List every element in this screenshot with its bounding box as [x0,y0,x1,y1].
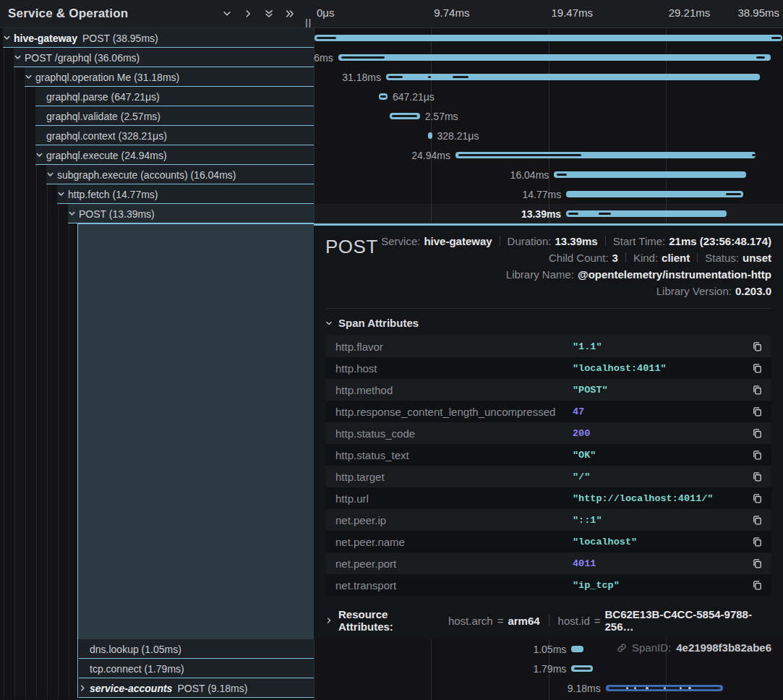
meta-divider [625,252,626,262]
trace-row-label-cell[interactable]: graphql.context (328.21μs) [0,126,314,145]
trace-row[interactable]: graphql.validate (2.57ms) 2.57ms [0,106,783,126]
row-toggle-chevron-icon[interactable] [68,210,79,218]
trace-row-label-cell[interactable]: service-accounts POST (9.18ms) [0,678,314,698]
span-bar[interactable] [428,132,432,139]
copy-icon[interactable] [750,579,764,592]
row-toggle-chevron-icon[interactable] [35,151,46,159]
trace-row-label-cell[interactable]: hive-gateway POST (38.95ms) [0,28,314,48]
row-operation-label: graphql.validate (2.57ms) [46,111,161,122]
link-icon[interactable] [617,643,627,653]
row-duration-label: 2.57ms [425,111,458,122]
trace-row[interactable]: POST (13.39ms) 13.39ms [0,204,783,223]
trace-row[interactable]: service-accounts POST (9.18ms) 9.18ms [0,678,783,698]
row-underline [79,678,314,678]
copy-icon[interactable] [750,535,764,549]
trace-row-timeline-cell[interactable]: 647.21μs [314,87,783,106]
bar-child-mark [557,174,567,176]
copy-icon[interactable] [750,557,764,571]
trace-row-timeline-cell[interactable]: 31.18ms [314,67,783,87]
row-toggle-chevron-icon[interactable] [79,645,90,653]
row-toggle-chevron-icon[interactable] [3,34,14,42]
copy-icon[interactable] [750,427,764,440]
trace-row-timeline-cell[interactable]: 13.39ms [314,204,783,223]
span-bar[interactable] [315,35,782,41]
trace-row-timeline-cell[interactable]: 1.79ms [314,659,783,678]
trace-row-timeline-cell[interactable]: 16.04ms [314,165,783,184]
row-toggle-chevron-icon[interactable] [79,665,90,673]
trace-row-timeline-cell[interactable]: 14.77ms [314,184,783,204]
resource-value: arm64 [508,615,539,627]
row-toggle-chevron-icon[interactable] [25,73,35,81]
trace-row-timeline-cell[interactable]: 38.95ms [314,28,783,48]
row-service-name: hive-gateway [14,33,77,44]
trace-row-label-cell[interactable]: graphql.execute (24.94ms) [0,145,314,165]
row-toggle-chevron-icon[interactable] [79,684,90,692]
bar-event-mark [688,687,691,689]
trace-row[interactable]: POST /graphql (36.06ms) 36.06ms [0,48,783,67]
trace-row[interactable]: graphql.operation Me (31.18ms) 31.18ms [0,67,783,87]
timeline-tick-label: 9.74ms [434,7,469,19]
double-chevron-right-icon[interactable] [285,9,295,19]
trace-row[interactable]: graphql.parse (647.21μs) 647.21μs [0,87,783,106]
span-bar[interactable] [566,191,743,197]
trace-row-timeline-cell[interactable]: 36.06ms [314,48,783,67]
double-chevron-down-icon[interactable] [264,9,274,19]
trace-row-timeline-cell[interactable]: 2.57ms [314,106,783,126]
row-toggle-chevron-icon[interactable] [35,93,46,101]
trace-row-label-cell[interactable]: POST (13.39ms) [0,204,314,223]
trace-row-label-cell[interactable]: dns.lookup (1.05ms) [0,639,314,659]
trace-row[interactable]: hive-gateway POST (38.95ms) 38.95ms [0,28,783,48]
span-attributes-toggle[interactable]: Span Attributes [325,317,771,329]
span-bar[interactable] [338,54,771,61]
attributes-table: http.flavor "1.1" http.host "localhost:4… [325,336,771,596]
span-bar[interactable] [554,171,746,178]
panel-resize-grip[interactable]: || [305,17,312,27]
copy-icon[interactable] [750,362,764,375]
row-toggle-chevron-icon[interactable] [14,54,25,61]
meta-divider [605,236,606,246]
copy-icon[interactable] [750,492,764,505]
chevron-right-icon[interactable] [243,9,253,19]
attribute-key: http.response_content_length_uncompresse… [335,406,573,418]
trace-row-timeline-cell[interactable]: 328.21μs [314,126,783,145]
divider [325,308,771,309]
attribute-key: http.status_text [335,449,573,461]
trace-row[interactable]: graphql.execute (24.94ms) 24.94ms [0,145,783,165]
row-toggle-chevron-icon[interactable] [35,132,46,140]
bar-child-mark [568,213,578,215]
copy-icon[interactable] [750,470,764,484]
bar-child-mark [726,193,741,195]
span-bar[interactable] [566,210,727,217]
trace-row-label-cell[interactable]: http.fetch (14.77ms) [0,184,314,204]
row-toggle-chevron-icon[interactable] [46,171,57,179]
trace-row[interactable]: graphql.context (328.21μs) 328.21μs [0,126,783,145]
row-underline [79,658,314,659]
meta-label: Library Version: [656,285,732,297]
row-toggle-chevron-icon[interactable] [57,190,68,198]
trace-row[interactable]: tcp.connect (1.79ms) 1.79ms [0,659,783,678]
trace-row[interactable]: subgraph.execute (accounts) (16.04ms) 16… [0,165,783,184]
meta-value: client [662,252,690,264]
copy-icon[interactable] [750,405,764,419]
copy-icon[interactable] [750,383,764,397]
trace-row[interactable]: http.fetch (14.77ms) 14.77ms [0,184,783,204]
trace-row-timeline-cell[interactable]: 24.94ms [314,145,783,165]
row-duration-label: 13.39ms [521,208,561,220]
bar-child-mark [453,76,468,78]
resource-divider [549,615,549,626]
trace-row-label-cell[interactable]: tcp.connect (1.79ms) [0,659,314,678]
trace-row-label-cell[interactable]: POST /graphql (36.06ms) [0,48,314,67]
row-toggle-chevron-icon[interactable] [35,112,46,120]
trace-row-label-cell[interactable]: graphql.parse (647.21μs) [0,87,314,106]
row-operation-label: dns.lookup (1.05ms) [90,644,181,655]
copy-icon[interactable] [750,513,764,527]
trace-row-timeline-cell[interactable]: 9.18ms [314,678,783,698]
copy-icon[interactable] [750,448,764,462]
trace-row-label-cell[interactable]: graphql.validate (2.57ms) [0,106,314,126]
chevron-down-icon[interactable] [222,9,232,19]
trace-row-label-cell[interactable]: subgraph.execute (accounts) (16.04ms) [0,165,314,184]
span-bar[interactable] [386,74,760,80]
trace-row-label-cell[interactable]: graphql.operation Me (31.18ms) [0,67,314,87]
resource-attributes-toggle[interactable]: Resource Attributes: host.arch=arm64host… [325,608,771,633]
copy-icon[interactable] [750,340,764,354]
